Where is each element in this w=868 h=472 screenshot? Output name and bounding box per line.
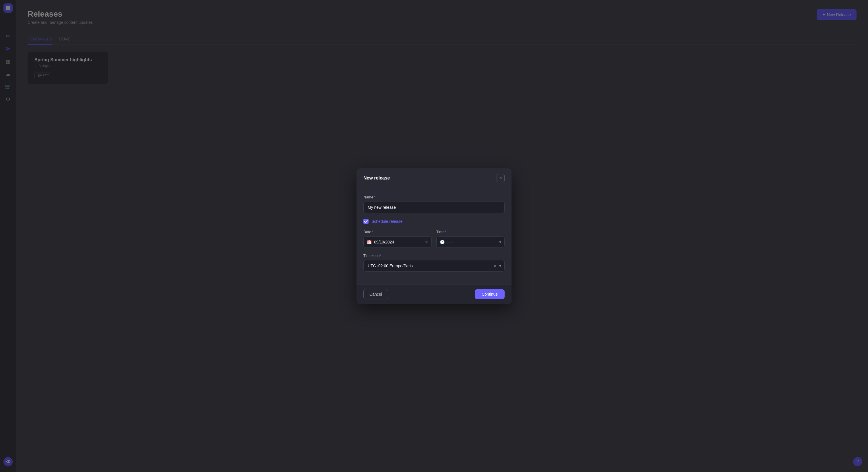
timezone-group: Timezone* ✕ ▾ [363,254,505,272]
time-dropdown-icon[interactable]: ▾ [499,240,501,244]
name-label: Name* [363,195,505,199]
modal-body: Name* Schedule release Date* 📅 [356,188,512,284]
timezone-input[interactable] [363,260,505,272]
modal-close-button[interactable]: × [497,174,505,182]
cancel-button[interactable]: Cancel [363,289,388,299]
time-label: Time* [436,230,505,234]
time-group: Time* 🕐 ▾ [436,230,505,248]
modal-overlay: New release × Name* Schedule release [0,0,868,472]
schedule-label: Schedule release [371,219,402,224]
timezone-input-wrap: ✕ ▾ [363,260,505,272]
name-input[interactable] [363,202,505,213]
modal-header: New release × [356,168,512,188]
timezone-dropdown-icon[interactable]: ▾ [499,264,501,268]
date-input[interactable] [363,236,432,248]
modal-footer: Cancel Continue [356,284,512,304]
time-input[interactable] [436,236,505,248]
schedule-release-row[interactable]: Schedule release [363,219,505,224]
timezone-label: Timezone* [363,254,505,258]
date-clear-icon[interactable]: ✕ [425,240,428,244]
date-input-wrap: 📅 ✕ [363,236,432,248]
new-release-modal: New release × Name* Schedule release [356,168,512,304]
name-field-group: Name* [363,195,505,213]
timezone-icons: ✕ ▾ [493,264,501,268]
modal-title: New release [363,175,390,181]
continue-button[interactable]: Continue [475,289,505,299]
date-time-row: Date* 📅 ✕ Time* 🕐 ▾ [363,230,505,248]
time-input-wrap: 🕐 ▾ [436,236,505,248]
schedule-checkbox[interactable] [363,219,369,224]
date-group: Date* 📅 ✕ [363,230,432,248]
timezone-clear-icon[interactable]: ✕ [493,264,497,268]
date-label: Date* [363,230,432,234]
